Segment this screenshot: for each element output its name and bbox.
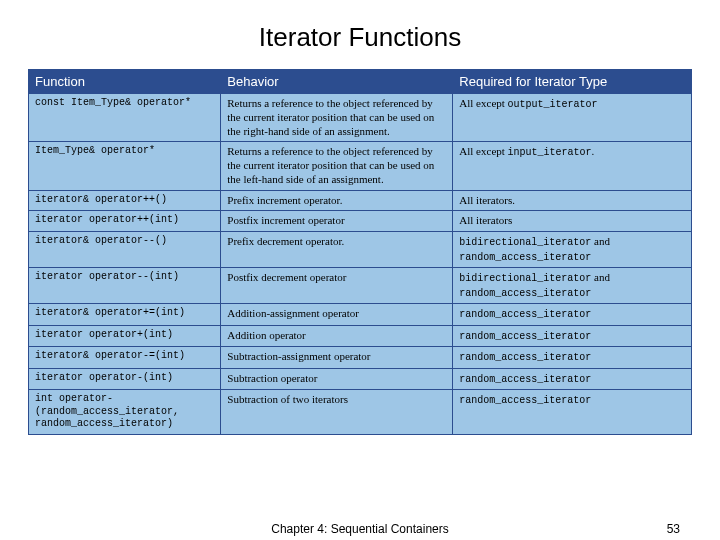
cell-function: iterator operator++(int) bbox=[29, 211, 221, 232]
cell-behavior: Prefix decrement operator. bbox=[221, 232, 453, 268]
cell-behavior: Postfix decrement operator bbox=[221, 268, 453, 304]
header-function: Function bbox=[29, 70, 221, 94]
table-row: iterator& operator--() Prefix decrement … bbox=[29, 232, 692, 268]
table-row: iterator operator-(int) Subtraction oper… bbox=[29, 368, 692, 390]
cell-required: random_access_iterator bbox=[453, 347, 692, 369]
cell-behavior: Subtraction operator bbox=[221, 368, 453, 390]
cell-behavior: Subtraction of two iterators bbox=[221, 390, 453, 435]
cell-required: All iterators. bbox=[453, 190, 692, 211]
table-row: Item_Type& operator* Returns a reference… bbox=[29, 142, 692, 190]
cell-function: Item_Type& operator* bbox=[29, 142, 221, 190]
cell-behavior: Prefix increment operator. bbox=[221, 190, 453, 211]
table-row: iterator operator++(int) Postfix increme… bbox=[29, 211, 692, 232]
table-row: iterator& operator+=(int) Addition-assig… bbox=[29, 304, 692, 326]
table-row: iterator operator+(int) Addition operato… bbox=[29, 325, 692, 347]
cell-required: All except input_iterator. bbox=[453, 142, 692, 190]
cell-function: iterator operator-(int) bbox=[29, 368, 221, 390]
slide-title: Iterator Functions bbox=[0, 0, 720, 69]
cell-required: All except output_iterator bbox=[453, 94, 692, 142]
cell-behavior: Subtraction-assignment operator bbox=[221, 347, 453, 369]
table-row: iterator& operator-=(int) Subtraction-as… bbox=[29, 347, 692, 369]
footer-page-number: 53 bbox=[667, 522, 680, 536]
cell-required: All iterators bbox=[453, 211, 692, 232]
cell-function: iterator& operator+=(int) bbox=[29, 304, 221, 326]
header-required: Required for Iterator Type bbox=[453, 70, 692, 94]
cell-function: iterator& operator++() bbox=[29, 190, 221, 211]
cell-behavior: Postfix increment operator bbox=[221, 211, 453, 232]
cell-required: random_access_iterator bbox=[453, 304, 692, 326]
cell-required: random_access_iterator bbox=[453, 390, 692, 435]
cell-function: int operator-(random_access_iterator, ra… bbox=[29, 390, 221, 435]
footer-chapter: Chapter 4: Sequential Containers bbox=[271, 522, 448, 536]
cell-function: iterator operator+(int) bbox=[29, 325, 221, 347]
table-row: int operator-(random_access_iterator, ra… bbox=[29, 390, 692, 435]
cell-behavior: Returns a reference to the object refere… bbox=[221, 142, 453, 190]
table-row: const Item_Type& operator* Returns a ref… bbox=[29, 94, 692, 142]
cell-function: iterator& operator-=(int) bbox=[29, 347, 221, 369]
table-header-row: Function Behavior Required for Iterator … bbox=[29, 70, 692, 94]
iterator-functions-table: Function Behavior Required for Iterator … bbox=[28, 69, 692, 435]
table-row: iterator& operator++() Prefix increment … bbox=[29, 190, 692, 211]
cell-required: random_access_iterator bbox=[453, 368, 692, 390]
cell-behavior: Addition-assignment operator bbox=[221, 304, 453, 326]
header-behavior: Behavior bbox=[221, 70, 453, 94]
cell-behavior: Addition operator bbox=[221, 325, 453, 347]
cell-required: bidirectional_iterator and random_access… bbox=[453, 232, 692, 268]
cell-function: iterator& operator--() bbox=[29, 232, 221, 268]
cell-required: random_access_iterator bbox=[453, 325, 692, 347]
cell-function: const Item_Type& operator* bbox=[29, 94, 221, 142]
slide: Iterator Functions Function Behavior Req… bbox=[0, 0, 720, 540]
cell-behavior: Returns a reference to the object refere… bbox=[221, 94, 453, 142]
table-row: iterator operator--(int) Postfix decreme… bbox=[29, 268, 692, 304]
table-container: Function Behavior Required for Iterator … bbox=[28, 69, 692, 435]
cell-function: iterator operator--(int) bbox=[29, 268, 221, 304]
cell-required: bidirectional_iterator and random_access… bbox=[453, 268, 692, 304]
